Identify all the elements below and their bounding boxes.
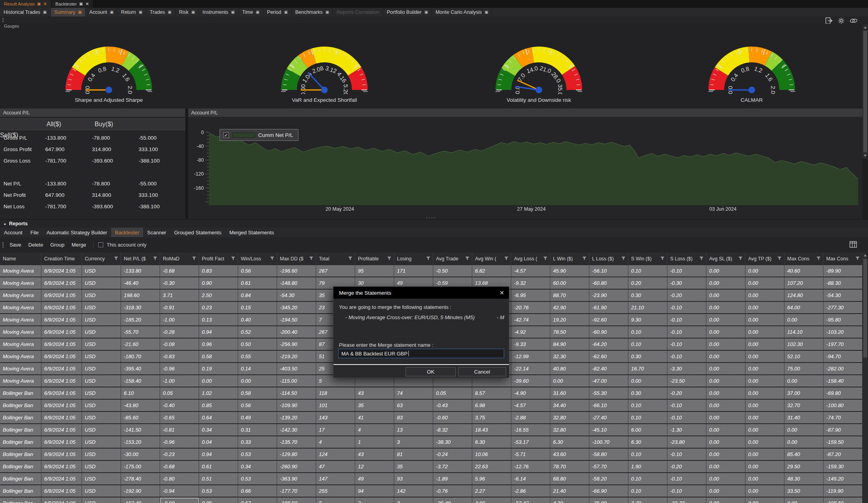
grid-cell[interactable]: -22.14 [511, 363, 550, 375]
filter-icon[interactable] [542, 256, 548, 262]
grid-cell[interactable]: 171 [394, 265, 433, 277]
grid-cell[interactable]: USD [82, 338, 121, 351]
vertical-splitter[interactable] [185, 108, 188, 219]
filter-icon[interactable] [503, 256, 509, 262]
grid-cell[interactable]: -403.50 [277, 363, 316, 375]
grid-cell[interactable]: 124.80 [784, 290, 823, 302]
close-icon[interactable]: ✕ [499, 290, 504, 296]
grid-cell[interactable]: -103.20 [823, 326, 862, 338]
filter-icon[interactable] [737, 256, 743, 262]
grid-cell[interactable]: 0.14 [238, 363, 277, 375]
grid-cell[interactable]: -0.10 [667, 338, 706, 351]
grid-cell[interactable]: -30.00 [121, 449, 160, 461]
grid-cell[interactable]: Moving Avera [0, 277, 41, 290]
grid-cell[interactable]: 6/9/2024 1:05 [41, 485, 82, 497]
scroll-up-icon[interactable] [864, 254, 867, 256]
grid-cell[interactable]: -153.20 [121, 436, 160, 449]
grid-cell[interactable]: 0.00 [706, 277, 745, 290]
scrollbar-thumb[interactable] [863, 259, 867, 357]
grid-cell[interactable]: 0.00 [745, 363, 784, 375]
grid-cell[interactable]: 4 [355, 424, 394, 436]
grid-cell[interactable]: 107.20 [784, 277, 823, 290]
grid-cell[interactable]: 6/9/2024 1:05 [41, 387, 82, 400]
grid-cell[interactable]: -192.90 [121, 485, 160, 497]
grid-cell[interactable]: -4.57 [511, 400, 550, 412]
column-header-avg-win[interactable]: Avg Win ( [472, 252, 511, 265]
grid-cell[interactable]: -115.00 [277, 375, 316, 387]
grid-cell[interactable]: 0.58 [238, 387, 277, 400]
grid-cell[interactable]: 37.00 [784, 387, 823, 400]
grid-cell[interactable]: 0.10 [628, 326, 667, 338]
grid-cell[interactable]: 2.50 [199, 290, 238, 302]
column-header-s-win[interactable]: S Win ($) [628, 252, 667, 265]
grid-cell[interactable]: 78.70 [550, 461, 589, 473]
grid-cell[interactable]: 198.60 [121, 290, 160, 302]
grid-cell[interactable]: -8.32 [433, 424, 472, 436]
grid-cell[interactable]: 0.19 [199, 363, 238, 375]
grid-cell[interactable]: 0.94 [199, 449, 238, 461]
grid-cell[interactable]: 0.00 [706, 400, 745, 412]
grid-cell[interactable]: -1.00 [160, 375, 199, 387]
grid-cell[interactable]: 1 [355, 436, 394, 449]
grid-cell[interactable]: -0.10 [667, 351, 706, 363]
grid-cell[interactable]: 101 [316, 400, 355, 412]
settings-gear-icon[interactable] [838, 17, 845, 24]
grid-cell[interactable]: USD [82, 302, 121, 314]
view-tab-monte-carlo-analysis[interactable]: Monte Carlo Analysis▣ [432, 8, 492, 17]
grid-cell[interactable]: 0.33 [238, 436, 277, 449]
grid-cell[interactable]: 0.94 [199, 326, 238, 338]
grid-cell[interactable]: 21.10 [628, 302, 667, 314]
grid-cell[interactable]: 0.00 [784, 375, 823, 387]
column-header-profitable[interactable]: Profitable [355, 252, 394, 265]
grid-cell[interactable]: 5 [316, 497, 355, 503]
grid-cell[interactable]: -142.30 [277, 424, 316, 436]
grid-cell[interactable]: USD [82, 387, 121, 400]
grid-cell[interactable]: 0.00 [706, 461, 745, 473]
grid-cell[interactable]: 0.00 [745, 412, 784, 424]
grid-cell[interactable]: 3.70 [628, 497, 667, 503]
grid-cell[interactable]: 0.55 [238, 351, 277, 363]
grid-cell[interactable]: Bollinger Ban [0, 449, 41, 461]
view-tab-instruments[interactable]: Instruments▣ [199, 8, 239, 17]
grid-cell[interactable]: -75.80 [589, 497, 628, 503]
grid-cell[interactable]: 2 [355, 497, 394, 503]
grid-cell[interactable]: -2.86 [511, 485, 550, 497]
statement-row[interactable]: Bollinger Ban6/9/2024 1:05USD-141.50-0.8… [0, 424, 862, 436]
grid-cell[interactable]: -363.90 [277, 473, 316, 485]
grid-cell[interactable]: -74.70 [823, 412, 862, 424]
grid-cell[interactable]: 10.06 [472, 449, 511, 461]
grid-cell[interactable]: 45.90 [550, 265, 589, 277]
grid-cell[interactable]: -0.10 [667, 302, 706, 314]
grid-cell[interactable]: 41 [355, 412, 394, 424]
column-header-avg-sl[interactable]: Avg SL ($) [706, 252, 745, 265]
statement-row[interactable]: Bollinger Ban6/9/2024 1:05USD-43.80-0.40… [0, 400, 862, 412]
column-header-max-cons[interactable]: Max Cons [784, 252, 823, 265]
grid-cell[interactable]: 52.10 [784, 351, 823, 363]
grid-cell[interactable]: -152.40 [121, 497, 160, 503]
grid-cell[interactable]: 267 [316, 265, 355, 277]
column-header-currency[interactable]: Currency [82, 252, 121, 265]
grid-cell[interactable]: -2.88 [511, 412, 550, 424]
grid-cell[interactable]: 0.00 [745, 449, 784, 461]
grid-cell[interactable]: -0.08 [160, 338, 199, 351]
grid-cell[interactable]: -62.60 [589, 351, 628, 363]
grid-cell[interactable]: 0.30 [628, 387, 667, 400]
grid-cell[interactable]: 0.00 [706, 302, 745, 314]
grid-cell[interactable]: 78.50 [550, 326, 589, 338]
grid-cell[interactable]: -55.30 [589, 387, 628, 400]
grid-cell[interactable]: -23.80 [667, 436, 706, 449]
grid-cell[interactable]: -0.76 [433, 485, 472, 497]
grid-cell[interactable]: -0.10 [667, 473, 706, 485]
grid-cell[interactable]: USD [82, 314, 121, 326]
grid-cell[interactable]: 0.10 [628, 449, 667, 461]
grid-cell[interactable]: -200.40 [277, 326, 316, 338]
column-header-max-dd[interactable]: Max DD ($ [277, 252, 316, 265]
grid-cell[interactable]: 0.15 [238, 302, 277, 314]
grid-cell[interactable]: -0.10 [667, 326, 706, 338]
reports-tab-grouped-statements[interactable]: Grouped Statements [170, 228, 225, 237]
grid-cell[interactable]: USD [82, 497, 121, 503]
filter-icon[interactable] [854, 256, 860, 262]
grid-cell[interactable]: 6/9/2024 1:05 [41, 265, 82, 277]
grid-cell[interactable]: -139.20 [277, 412, 316, 424]
grid-cell[interactable]: 0.10 [628, 473, 667, 485]
